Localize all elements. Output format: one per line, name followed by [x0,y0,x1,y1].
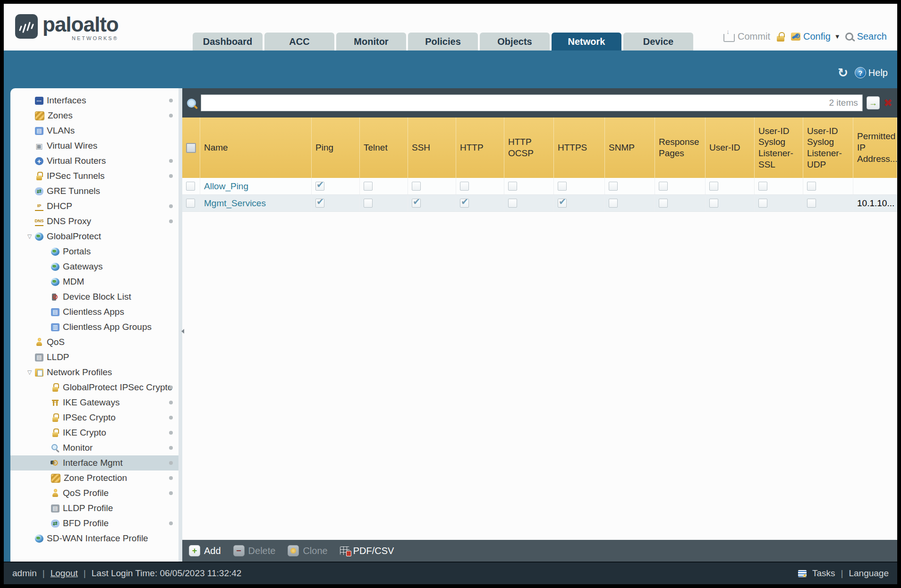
row-checkbox-cell [182,178,200,194]
interface-mgmt-icon: ⚙ [51,459,60,467]
item-dot [169,99,173,102]
sidebar-item-label: DNS Proxy [47,216,91,227]
https-cell [554,178,605,194]
sidebar-item-ipsec-crypto[interactable]: IPSec Crypto [10,410,178,425]
tab-network[interactable]: Network [552,33,621,50]
column-header-user-id[interactable]: User-ID [706,118,755,178]
sidebar-item-zone-protection[interactable]: Zone Protection [10,470,178,486]
delete-button[interactable]: − Delete [233,545,276,556]
sidebar-item-virtual-wires[interactable]: ▣Virtual Wires [10,138,178,153]
sidebar-item-globalprotect[interactable]: ▽GlobalProtect [10,229,178,244]
tasks-button[interactable]: Tasks [812,568,835,579]
sidebar-item-globalprotect-ipsec-crypto[interactable]: GlobalProtect IPSec Crypto [10,380,178,395]
expand-collapse-icon[interactable]: ▽ [27,233,35,240]
sidebar-item-gre-tunnels[interactable]: ⇄GRE Tunnels [10,184,178,199]
sidebar-item-dns-proxy[interactable]: DNSDNS Proxy [10,214,178,229]
sidebar-item-virtual-routers[interactable]: +Virtual Routers [10,153,178,168]
sidebar-item-gateways[interactable]: Gateways [10,259,178,274]
language-button[interactable]: Language [849,568,889,579]
bfd-profile-icon: ⇄ [51,520,60,528]
sidebar-item-ike-gateways[interactable]: IKE Gateways [10,395,178,410]
logout-link[interactable]: Logout [51,568,78,579]
column-header-user-id-syslog-listener-udp[interactable]: User-ID Syslog Listener-UDP [803,118,853,178]
delete-icon: − [233,545,245,556]
clear-filter-icon[interactable]: ✖ [884,98,892,109]
column-header-permitted-ip-address[interactable]: Permitted IP Address... [853,118,897,178]
profile-name-link[interactable]: Allow_Ping [204,181,248,192]
tab-monitor[interactable]: Monitor [336,33,406,50]
snmp-checkbox [609,182,618,191]
row-select-checkbox[interactable] [186,182,195,191]
apply-filter-button[interactable]: → [867,96,880,109]
sidebar-item-vlans[interactable]: ▤VLANs [10,123,178,138]
user-id-cell [706,195,755,211]
sidebar-item-ike-crypto[interactable]: IKE Crypto [10,425,178,440]
sidebar-item-clientless-app-groups[interactable]: ▥Clientless App Groups [10,319,178,335]
name-cell: Mgmt_Services [200,195,312,211]
header-checkbox-cell [182,118,200,178]
ipsec-tunnels-icon [35,172,43,180]
tab-device[interactable]: Device [623,33,693,50]
tab-acc[interactable]: ACC [264,33,334,50]
tab-objects[interactable]: Objects [480,33,550,50]
sidebar-item-qos-profile[interactable]: QoS Profile [10,486,178,501]
profile-name-link[interactable]: Mgmt_Services [204,198,266,209]
help-button[interactable]: ? Help [855,67,888,78]
sidebar-item-clientless-apps[interactable]: ▤Clientless Apps [10,304,178,319]
sidebar-item-lldp-profile[interactable]: ▤LLDP Profile [10,501,178,516]
select-all-checkbox[interactable] [186,143,196,153]
refresh-icon[interactable]: ↻ [838,67,848,79]
sidebar-item-zones[interactable]: Zones [10,108,178,123]
item-dot [169,159,173,163]
add-button[interactable]: + Add [189,545,221,556]
sidebar-item-lldp[interactable]: ▤LLDP [10,350,178,365]
permitted-ip-cell [853,178,897,194]
sidebar-item-interface-mgmt[interactable]: ⚙Interface Mgmt [10,455,178,470]
column-header-name[interactable]: Name [200,118,312,178]
gre-tunnels-icon: ⇄ [35,187,43,195]
column-header-snmp[interactable]: SNMP [605,118,655,178]
column-header-https[interactable]: HTTPS [554,118,605,178]
sidebar-item-mdm[interactable]: MDM [10,274,178,289]
ssh-checkbox [412,199,421,208]
column-header-response-pages[interactable]: Response Pages [655,118,706,178]
sidebar-item-device-block-list[interactable]: ⊘Device Block List [10,289,178,304]
sidebar-item-dhcp[interactable]: IPDHCP [10,199,178,214]
column-header-telnet[interactable]: Telnet [360,118,408,178]
sidebar-item-interfaces[interactable]: •••Interfaces [10,93,178,108]
search-icon [845,33,853,41]
sidebar-item-label: IPSec Crypto [63,412,116,423]
sidebar-item-label: GlobalProtect IPSec Crypto [63,382,172,393]
sidebar-item-sd-wan-interface-profile[interactable]: SD-WAN Interface Profile [10,531,178,546]
user-id-checkbox [709,199,718,208]
column-header-ping[interactable]: Ping [312,118,360,178]
filter-input[interactable] [201,94,863,111]
sidebar-item-network-profiles[interactable]: ▽Network Profiles [10,365,178,380]
sidebar-item-label: BFD Profile [63,518,109,529]
sidebar-item-label: MDM [63,277,84,287]
column-header-http-ocsp[interactable]: HTTP OCSP [504,118,554,178]
clone-button[interactable]: Clone [288,545,327,556]
column-header-user-id-syslog-listener-ssl[interactable]: User-ID Syslog Listener-SSL [755,118,803,178]
sidebar-item-monitor[interactable]: Monitor [10,440,178,455]
sidebar-item-bfd-profile[interactable]: ⇄BFD Profile [10,516,178,531]
sidebar-item-qos[interactable]: QoS [10,335,178,350]
config-dropdown[interactable]: Config ▼ [791,31,841,42]
commit-button[interactable]: Commit [723,31,770,42]
search-button[interactable]: Search [845,31,887,42]
tab-policies[interactable]: Policies [408,33,478,50]
column-header-http[interactable]: HTTP [456,118,504,178]
telnet-cell [360,178,408,194]
expand-collapse-icon[interactable]: ▽ [27,369,35,376]
tab-dashboard[interactable]: Dashboard [193,33,263,50]
table-row-allow-ping: Allow_Ping [182,178,897,195]
pdf-csv-button[interactable]: PDF/CSV [340,546,394,556]
collapse-sidebar-handle[interactable] [178,88,182,562]
http-ocsp-cell [504,195,554,211]
column-header-ssh[interactable]: SSH [408,118,456,178]
sidebar-item-ipsec-tunnels[interactable]: IPSec Tunnels [10,168,178,184]
sidebar-item-portals[interactable]: Portals [10,244,178,259]
lock-icon[interactable] [777,36,784,42]
table-empty-area [182,212,897,540]
row-select-checkbox[interactable] [186,199,195,208]
